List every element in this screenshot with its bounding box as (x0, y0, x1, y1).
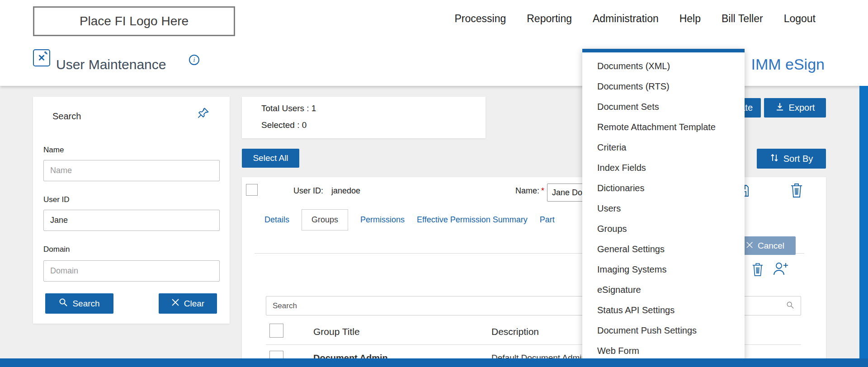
tab-groups[interactable]: Groups (302, 209, 348, 231)
menu-item-status-api-settings[interactable]: Status API Settings (582, 300, 745, 320)
search-button-label: Search (72, 299, 99, 309)
pencil-glyph: ✎ (44, 51, 48, 56)
search-button[interactable]: Search (45, 293, 113, 314)
search-icon (59, 298, 68, 309)
menu-item-esignature[interactable]: eSignature (582, 280, 745, 300)
user-row-checkbox[interactable] (246, 184, 258, 196)
menu-item-general-settings[interactable]: General Settings (582, 239, 745, 259)
user-id-label: User ID (43, 195, 70, 204)
menu-item-index-fields[interactable]: Index Fields (582, 158, 745, 178)
dropdown-accent-bar (582, 49, 745, 52)
nav-item-help[interactable]: Help (679, 13, 701, 25)
user-id-field-label: User ID: (293, 186, 323, 196)
search-panel-title: Search (52, 111, 81, 122)
name-input[interactable] (43, 160, 220, 181)
cancel-x-icon (746, 241, 753, 251)
menu-item-users[interactable]: Users (582, 198, 745, 219)
delete-user-icon[interactable] (790, 183, 803, 200)
tab-details[interactable]: Details (264, 209, 289, 231)
menu-item-document-sets[interactable]: Document Sets (582, 97, 745, 117)
user-id-input[interactable] (43, 210, 220, 231)
select-all-groups-checkbox[interactable] (269, 324, 283, 338)
user-tabs: Details Groups Permissions Effective Per… (264, 209, 555, 231)
search-panel: Search Name User ID Domain Search Clear (33, 97, 230, 324)
fi-logo-placeholder: Place FI Logo Here (33, 6, 235, 36)
name-field-label: Name:* (515, 186, 544, 196)
menu-item-groups[interactable]: Groups (582, 219, 745, 239)
domain-label: Domain (43, 245, 70, 254)
tab-part-truncated[interactable]: Part (540, 209, 555, 231)
export-button[interactable]: Export (764, 98, 826, 118)
column-group-title: Group Title (313, 326, 360, 337)
column-description: Description (491, 326, 539, 337)
export-button-label: Export (789, 103, 815, 113)
menu-item-remote-attachment-template[interactable]: Remote Attachment Template (582, 117, 745, 137)
name-label: Name (43, 146, 64, 155)
clear-icon (171, 298, 179, 309)
sort-arrows-icon (770, 153, 779, 165)
select-all-button[interactable]: Select All (242, 149, 299, 168)
menu-item-dictionaries[interactable]: Dictionaries (582, 178, 745, 198)
clear-button-label: Clear (184, 299, 204, 309)
clear-button[interactable]: Clear (159, 293, 217, 314)
top-nav: Processing Reporting Administration Help… (454, 0, 816, 38)
nav-item-logout[interactable]: Logout (784, 13, 816, 25)
sort-by-button[interactable]: Sort By (757, 149, 826, 169)
selected-count-text: Selected : 0 (261, 120, 307, 130)
delete-group-icon[interactable] (752, 262, 764, 278)
group-search-icon[interactable] (786, 301, 794, 311)
required-asterisk: * (541, 186, 544, 195)
bottom-bar (0, 358, 868, 367)
menu-item-document-push-settings[interactable]: Document Push Settings (582, 320, 745, 341)
dropdown-items: Documents (XML) Documents (RTS) Document… (582, 52, 745, 365)
page-title: User Maintenance (56, 57, 166, 72)
info-icon[interactable]: i (189, 55, 199, 65)
brand-text: IMM eSign (751, 56, 825, 73)
pin-icon[interactable] (197, 107, 210, 121)
menu-item-documents-rts[interactable]: Documents (RTS) (582, 76, 745, 97)
tab-effective-permission-summary[interactable]: Effective Permission Summary (417, 209, 528, 231)
nav-item-administration[interactable]: Administration (593, 13, 659, 25)
download-icon (775, 102, 784, 113)
menu-item-criteria[interactable]: Criteria (582, 137, 745, 158)
user-id-value: janedoe (331, 186, 360, 196)
nav-item-processing[interactable]: Processing (454, 13, 506, 25)
total-users-text: Total Users : 1 (261, 104, 316, 113)
menu-item-documents-xml[interactable]: Documents (XML) (582, 56, 745, 76)
nav-item-user[interactable]: Bill Teller (722, 13, 763, 25)
name-field-label-text: Name: (515, 186, 539, 195)
domain-input[interactable] (43, 260, 220, 282)
sort-by-button-label: Sort By (783, 154, 813, 164)
add-user-to-group-icon[interactable] (773, 261, 789, 278)
summary-card: Total Users : 1 Selected : 0 (242, 97, 486, 138)
top-bar: Place FI Logo Here Processing Reporting … (0, 0, 868, 38)
right-scroll-strip[interactable] (859, 86, 868, 367)
nav-item-reporting[interactable]: Reporting (527, 13, 572, 25)
administration-dropdown: Documents (XML) Documents (RTS) Document… (582, 49, 745, 365)
tab-permissions[interactable]: Permissions (360, 209, 405, 231)
menu-item-imaging-systems[interactable]: Imaging Systems (582, 259, 745, 280)
cancel-button-label: Cancel (758, 241, 784, 251)
user-maintenance-icon: ✕ ✎ (33, 49, 50, 66)
